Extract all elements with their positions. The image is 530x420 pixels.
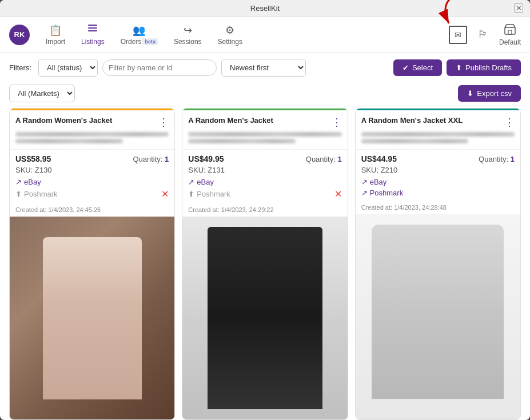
card-image-0 xyxy=(10,217,174,419)
card-image-1 xyxy=(182,217,347,419)
envelope-container: ✉ xyxy=(449,26,467,44)
svg-rect-4 xyxy=(505,27,515,34)
avatar: RK xyxy=(9,25,30,45)
nav-settings[interactable]: ⚙ Settings xyxy=(211,22,249,48)
listing-card-2: A Random Men's Jacket XXL ⋮ US$44.95 Qua… xyxy=(355,108,521,420)
card-header-2: A Random Men's Jacket XXL ⋮ xyxy=(356,110,520,150)
card-header-0: A Random Women's Jacket ⋮ xyxy=(10,110,174,150)
filters-label: Filters: xyxy=(9,63,31,72)
orders-icon: 👥 xyxy=(133,24,145,37)
poshmark-link-2[interactable]: ↗ Poshmark xyxy=(361,189,404,197)
title-bar: ResellKit ✕ xyxy=(0,0,530,17)
store-icon xyxy=(504,23,516,37)
import-icon: 📋 xyxy=(49,24,62,37)
card-price-2: US$44.95 xyxy=(361,154,397,163)
markets-row: All (Markets) eBay Poshmark Mercari ⬇ Ex… xyxy=(0,82,530,108)
listing-card-1: A Random Men's Jacket ⋮ US$49.95 Quantit… xyxy=(182,108,348,420)
nav-bar: RK 📋 Import Listings 👥 Orders beta xyxy=(0,17,530,53)
check-icon: ✔ xyxy=(403,63,409,72)
nav-sessions-label: Sessions xyxy=(174,38,202,46)
svg-rect-5 xyxy=(508,30,512,34)
nav-import[interactable]: 📋 Import xyxy=(39,22,72,48)
nav-orders-label: Orders xyxy=(121,38,142,46)
filters-row: Filters: All (status) Active Draft Inact… xyxy=(0,53,530,82)
blur-line-0b xyxy=(15,139,123,143)
svg-rect-1 xyxy=(88,27,97,29)
blur-line-0a xyxy=(15,132,169,137)
external-link-icon-2b: ↗ xyxy=(361,189,368,197)
card-details-1: US$49.95 Quantity: 1 SKU: Z131 ↗ eBay xyxy=(182,150,347,204)
sessions-icon: ↪ xyxy=(184,24,192,37)
ebay-link-2[interactable]: ↗ eBay xyxy=(361,178,387,186)
card-price-1: US$49.95 xyxy=(188,154,224,163)
nav-listings-label: Listings xyxy=(81,38,105,46)
ebay-link-1[interactable]: ↗ eBay xyxy=(188,178,214,186)
search-input[interactable] xyxy=(102,59,217,76)
card-title-1: A Random Men's Jacket xyxy=(188,116,329,126)
flag-icon[interactable]: 🏳 xyxy=(474,26,492,44)
poshmark-remove-1[interactable]: ✕ xyxy=(334,189,342,199)
men-xxl-jacket-photo xyxy=(356,214,520,419)
card-price-0: US$58.95 xyxy=(15,154,51,163)
platform-poshmark-2: ↗ Poshmark xyxy=(361,189,515,197)
poshmark-remove-0[interactable]: ✕ xyxy=(161,189,169,199)
platform-ebay-0: ↗ eBay xyxy=(15,178,169,186)
blur-line-2a xyxy=(361,132,515,137)
window-title: ResellKit xyxy=(250,4,280,13)
card-created-1: Created at: 1/4/2023, 24:29:22 xyxy=(182,204,347,217)
blur-line-1b xyxy=(188,139,296,143)
nav-settings-label: Settings xyxy=(218,38,242,46)
platform-ebay-2: ↗ eBay xyxy=(361,178,515,186)
settings-icon: ⚙ xyxy=(225,24,234,37)
sort-filter[interactable]: Newest first Oldest first Price: Low to … xyxy=(221,59,306,77)
nav-orders[interactable]: 👥 Orders beta xyxy=(114,22,165,48)
card-sku-2: SKU: Z210 xyxy=(361,166,515,174)
poshmark-upload-1[interactable]: ⬆ Poshmark xyxy=(188,190,230,198)
platform-ebay-1: ↗ eBay xyxy=(188,178,341,186)
card-title-0: A Random Women's Jacket xyxy=(15,116,156,126)
poshmark-upload-0[interactable]: ⬆ Poshmark xyxy=(15,190,58,198)
listing-card-0: A Random Women's Jacket ⋮ US$58.95 Quant… xyxy=(9,108,175,420)
platform-poshmark-1: ⬆ Poshmark ✕ xyxy=(188,189,341,199)
card-menu-2[interactable]: ⋮ xyxy=(502,116,515,129)
status-filter[interactable]: All (status) Active Draft Inactive xyxy=(38,59,98,77)
markets-filter[interactable]: All (Markets) eBay Poshmark Mercari xyxy=(9,85,75,102)
external-link-icon-0: ↗ xyxy=(15,178,22,186)
card-created-0: Created at: 1/4/2023, 24:45:26 xyxy=(10,204,174,217)
external-link-icon-1: ↗ xyxy=(188,178,194,186)
card-created-2: Created at: 1/4/2023, 24:28:48 xyxy=(356,202,520,214)
card-details-2: US$44.95 Quantity: 1 SKU: Z210 ↗ eBay xyxy=(356,150,520,202)
card-image-2 xyxy=(356,214,520,419)
export-csv-button[interactable]: ⬇ Export csv xyxy=(458,85,521,102)
external-link-icon-2: ↗ xyxy=(361,178,368,186)
card-quantity-1: Quantity: 1 xyxy=(306,155,342,163)
card-header-1: A Random Men's Jacket ⋮ xyxy=(182,110,347,150)
nav-default[interactable]: Default xyxy=(499,23,521,46)
card-menu-0[interactable]: ⋮ xyxy=(156,116,169,129)
close-button[interactable]: ✕ xyxy=(514,3,523,13)
beta-badge: beta xyxy=(142,38,158,45)
platform-poshmark-0: ⬆ Poshmark ✕ xyxy=(15,189,169,199)
upload-icon-1: ⬆ xyxy=(188,190,194,198)
publish-drafts-button[interactable]: ⬆ Publish Drafts xyxy=(447,59,521,76)
nav-default-label: Default xyxy=(499,38,521,46)
men-jacket-photo xyxy=(182,217,347,419)
upload-icon: ⬆ xyxy=(456,63,462,72)
messages-icon[interactable]: ✉ xyxy=(449,26,467,44)
nav-right: ✉ 🏳 Default xyxy=(449,23,521,46)
app-window: ResellKit ✕ RK 📋 Import Listings 👥 O xyxy=(0,0,530,420)
nav-listings[interactable]: Listings xyxy=(74,21,111,48)
listings-grid: A Random Women's Jacket ⋮ US$58.95 Quant… xyxy=(0,108,530,420)
download-icon: ⬇ xyxy=(467,89,473,98)
card-sku-1: SKU: Z131 xyxy=(188,166,341,174)
blur-line-2b xyxy=(361,139,469,143)
women-jacket-photo xyxy=(10,217,174,419)
svg-rect-0 xyxy=(88,25,97,26)
card-sku-0: SKU: Z130 xyxy=(15,166,169,174)
blur-line-1a xyxy=(188,132,341,137)
select-button[interactable]: ✔ Select xyxy=(393,59,442,76)
ebay-link-0[interactable]: ↗ eBay xyxy=(15,178,41,186)
card-menu-1[interactable]: ⋮ xyxy=(329,116,342,129)
nav-sessions[interactable]: ↪ Sessions xyxy=(167,22,209,48)
nav-import-label: Import xyxy=(46,38,65,46)
